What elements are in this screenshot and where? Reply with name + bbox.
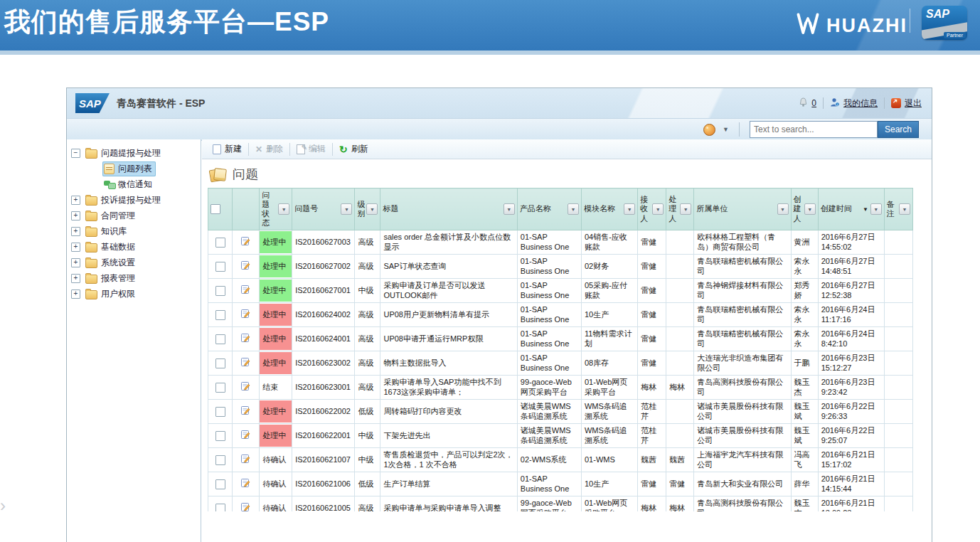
column-header-created[interactable]: 创建时间▼▼ — [818, 188, 884, 230]
row-checkbox[interactable] — [215, 358, 225, 368]
column-header-creator[interactable]: 创建人▼ — [791, 188, 818, 230]
edit-icon[interactable] — [240, 501, 251, 511]
tree-expander-icon[interactable]: + — [71, 274, 80, 283]
table-row[interactable]: 处理中 IS20160627001 中级 采购申请及订单是否可以发送OUTLOO… — [208, 279, 913, 303]
logout-label[interactable]: 退出 — [905, 97, 922, 110]
sidebar-item[interactable]: + 知识库 — [67, 223, 201, 239]
row-checkbox[interactable] — [215, 504, 225, 511]
table-row[interactable]: 处理中 IS20160624001 高级 UP08申请开通运行MRP权限 01-… — [208, 327, 913, 351]
column-filter-button[interactable]: ▼ — [804, 203, 816, 215]
column-filter-button[interactable]: ▼ — [504, 203, 515, 215]
new-button[interactable]: 新建 — [206, 141, 248, 157]
sidebar-item[interactable]: 微信通知 — [67, 176, 201, 192]
tree-item-body[interactable]: 合同管理 — [84, 208, 139, 223]
tree-item-body[interactable]: 投诉提报与处理 — [84, 193, 164, 208]
row-checkbox[interactable] — [215, 310, 225, 320]
tree-expander-icon[interactable]: + — [71, 243, 80, 252]
my-info-label[interactable]: 我的信息 — [843, 97, 878, 110]
column-header-handler[interactable]: 处理人▼ — [666, 188, 694, 230]
delete-button[interactable]: ✕ 删除 — [249, 141, 289, 157]
row-checkbox[interactable] — [215, 334, 225, 344]
edit-icon[interactable] — [240, 477, 251, 488]
column-filter-button[interactable]: ▼ — [624, 203, 635, 215]
tree-expander-icon[interactable]: + — [71, 258, 80, 267]
table-row[interactable]: 处理中 IS20160624002 高级 UP08用户更新物料清单有提示 01-… — [208, 303, 913, 327]
column-header-status[interactable]: 问题状态▼ — [260, 188, 292, 230]
row-checkbox[interactable] — [215, 479, 225, 489]
edit-button[interactable]: ✎ 编辑 — [290, 141, 332, 157]
search-input[interactable] — [750, 121, 878, 138]
column-header-module[interactable]: 模块名称▼ — [581, 188, 637, 230]
sidebar-item[interactable]: + 用户权限 — [67, 286, 201, 302]
edit-icon[interactable] — [240, 429, 251, 440]
column-filter-button[interactable]: ▼ — [278, 203, 289, 215]
column-header-product[interactable]: 产品名称▼ — [517, 188, 581, 230]
column-filter-button[interactable]: ▼ — [366, 203, 378, 215]
tree-item-body[interactable]: 问题列表 — [102, 161, 156, 176]
sidebar-item[interactable]: + 报表管理 — [67, 270, 201, 286]
select-all-checkbox[interactable] — [211, 204, 220, 214]
tree-item-body[interactable]: 系统设置 — [84, 255, 139, 270]
column-filter-button[interactable]: ▼ — [680, 203, 691, 215]
edit-icon[interactable] — [240, 284, 251, 294]
edit-icon[interactable] — [240, 381, 251, 391]
edit-icon[interactable] — [240, 332, 251, 343]
tree-expander-icon[interactable]: + — [71, 227, 80, 236]
column-filter-button[interactable]: ▼ — [341, 203, 352, 215]
table-row[interactable]: 结束 IS20160623001 高级 采购申请单导入SAP功能中找不到1673… — [208, 376, 913, 400]
theme-palette-icon[interactable] — [703, 124, 715, 136]
column-filter-button[interactable]: ▼ — [568, 203, 579, 215]
sidebar-item[interactable]: + 合同管理 — [67, 208, 201, 223]
row-checkbox[interactable] — [215, 407, 225, 417]
edit-icon[interactable] — [240, 235, 251, 246]
column-filter-button[interactable]: ▼ — [777, 203, 789, 215]
sidebar-item[interactable]: 问题列表 — [67, 161, 201, 176]
tree-item-body[interactable]: 知识库 — [84, 224, 130, 239]
sidebar-item[interactable]: + 投诉提报与处理 — [67, 192, 201, 208]
table-row[interactable]: 处理中 IS20160627002 高级 SAP订单状态查询 01-SAP Bu… — [208, 255, 913, 279]
sidebar-item[interactable]: − 问题提报与处理 — [67, 145, 201, 161]
edit-icon[interactable] — [240, 308, 251, 319]
row-checkbox[interactable] — [215, 431, 225, 441]
column-header-receiver[interactable]: 接收人▼ — [638, 188, 666, 230]
tree-item-body[interactable]: 用户权限 — [84, 287, 139, 302]
tree-item-body[interactable]: 报表管理 — [84, 271, 139, 286]
table-row[interactable]: 处理中 IS20160622002 低级 周转箱码打印内容更改 诸城美晨WMS条… — [208, 400, 913, 424]
table-row[interactable]: 处理中 IS20160622001 中级 下架先进先出 诸城美晨WMS条码追溯系… — [208, 424, 913, 448]
table-row[interactable]: 待确认 IS20160621007 中级 寄售质检退货中，产品可以判定2次，1次… — [208, 448, 913, 472]
column-header-title[interactable]: 标题▼ — [380, 188, 517, 230]
edit-icon[interactable] — [240, 356, 251, 367]
column-filter-button[interactable]: ▼ — [652, 203, 664, 215]
sidebar-item[interactable]: + 系统设置 — [67, 255, 201, 270]
tree-expander-icon[interactable]: + — [71, 196, 80, 205]
column-header-id[interactable]: 问题号▼ — [292, 188, 355, 230]
table-row[interactable]: 待确认 IS20160621006 低级 生产订单结算 01-SAP Busin… — [208, 472, 913, 496]
column-header-note[interactable]: 备注▼ — [884, 188, 912, 230]
refresh-button[interactable]: ↻ 刷新 — [333, 141, 375, 157]
row-checkbox[interactable] — [215, 238, 225, 248]
search-button[interactable]: Search — [878, 121, 919, 138]
table-row[interactable]: 处理中 IS20160627003 高级 sales order 总金额计算及小… — [208, 230, 913, 255]
row-checkbox[interactable] — [215, 455, 225, 465]
my-info-link[interactable]: i 我的信息 — [830, 97, 878, 110]
tree-expander-icon[interactable]: + — [71, 211, 80, 220]
edit-icon[interactable] — [240, 260, 251, 270]
tree-item-body[interactable]: 微信通知 — [102, 177, 156, 192]
chevron-down-icon[interactable]: ▼ — [723, 126, 729, 133]
sidebar-item[interactable]: + 基础数据 — [67, 239, 201, 255]
tree-item-body[interactable]: 问题提报与处理 — [84, 146, 164, 161]
row-checkbox[interactable] — [215, 262, 225, 272]
row-checkbox[interactable] — [215, 383, 225, 393]
column-filter-button[interactable]: ▼ — [899, 203, 910, 215]
column-header-level[interactable]: 级别▼ — [355, 188, 380, 230]
table-row[interactable]: 处理中 IS20160623002 高级 物料主数据批导入 01-SAP Bus… — [208, 351, 913, 376]
tree-item-body[interactable]: 基础数据 — [84, 240, 139, 255]
edit-icon[interactable] — [240, 453, 251, 464]
column-filter-button[interactable]: ▼ — [870, 203, 882, 215]
tree-expander-icon[interactable]: + — [71, 289, 80, 299]
table-row[interactable]: 待确认 IS20160621005 高级 采购申请单与采购申请单导入调整 99-… — [208, 496, 913, 512]
column-header-company[interactable]: 所属单位▼ — [694, 188, 791, 230]
notification-count[interactable]: 0 — [811, 98, 816, 108]
logout-link[interactable]: 退出 — [891, 97, 922, 110]
notifications-link[interactable]: 0 — [799, 97, 816, 110]
